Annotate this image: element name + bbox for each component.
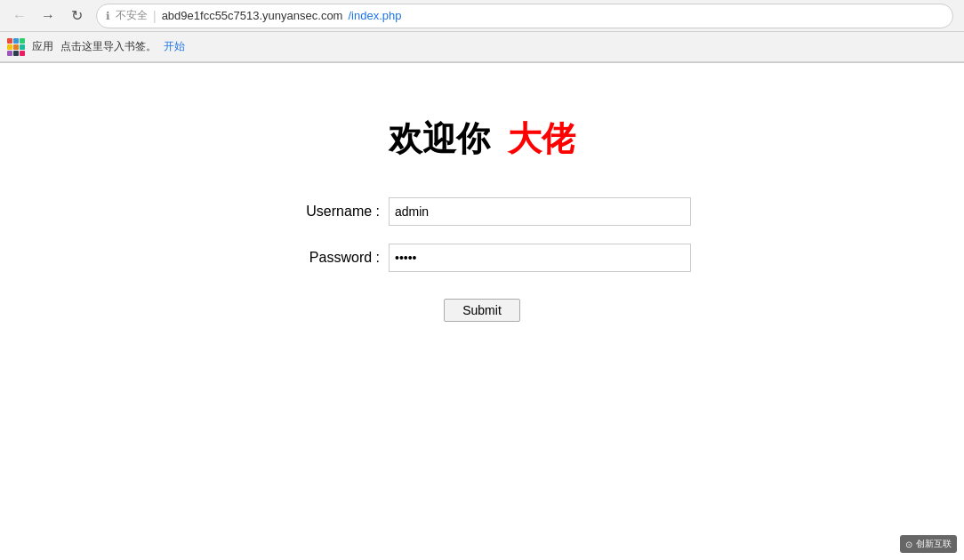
- url-domain: abd9e1fcc55c7513.yunyansec.com: [162, 9, 343, 22]
- username-label: Username :: [273, 204, 380, 220]
- bookmarks-start[interactable]: 开始: [164, 39, 185, 54]
- password-row: Password :: [273, 244, 691, 272]
- reload-icon: ↻: [71, 7, 83, 24]
- apps-icon[interactable]: [7, 38, 25, 56]
- reload-button[interactable]: ↻: [64, 4, 89, 28]
- forward-icon: →: [41, 8, 55, 24]
- watermark-icon: ⊙: [905, 540, 912, 549]
- security-icon: ℹ: [106, 10, 110, 22]
- login-form: Username : Password : Submit: [273, 197, 691, 322]
- forward-button[interactable]: →: [36, 4, 60, 28]
- bookmarks-bar: 应用 点击这里导入书签。 开始: [0, 32, 964, 62]
- submit-row: Submit: [273, 299, 691, 322]
- watermark: ⊙ 创新互联: [900, 535, 957, 553]
- url-separator: |: [153, 9, 157, 23]
- back-icon: ←: [12, 8, 27, 24]
- not-secure-label: 不安全: [116, 8, 148, 23]
- username-input[interactable]: [389, 197, 691, 226]
- url-path: /index.php: [348, 9, 401, 22]
- welcome-text: 欢迎你: [389, 116, 490, 162]
- address-bar[interactable]: ℹ 不安全 | abd9e1fcc55c7513.yunyansec.com/i…: [96, 4, 953, 28]
- bookmarks-prompt[interactable]: 点击这里导入书签。: [60, 39, 157, 54]
- username-row: Username :: [273, 197, 691, 226]
- browser-chrome: ← → ↻ ℹ 不安全 | abd9e1fcc55c7513.yunyansec…: [0, 0, 964, 63]
- back-button[interactable]: ←: [7, 4, 32, 28]
- password-input[interactable]: [389, 244, 691, 272]
- welcome-title: 欢迎你 大佬: [389, 116, 575, 162]
- apps-label: 应用: [32, 39, 53, 54]
- watermark-text: 创新互联: [916, 538, 952, 550]
- browser-titlebar: ← → ↻ ℹ 不安全 | abd9e1fcc55c7513.yunyansec…: [0, 0, 964, 32]
- page-content: 欢迎你 大佬 Username : Password : Submit: [0, 63, 964, 560]
- password-label: Password :: [273, 250, 380, 266]
- submit-button[interactable]: Submit: [444, 299, 520, 322]
- welcome-name: 大佬: [508, 116, 575, 162]
